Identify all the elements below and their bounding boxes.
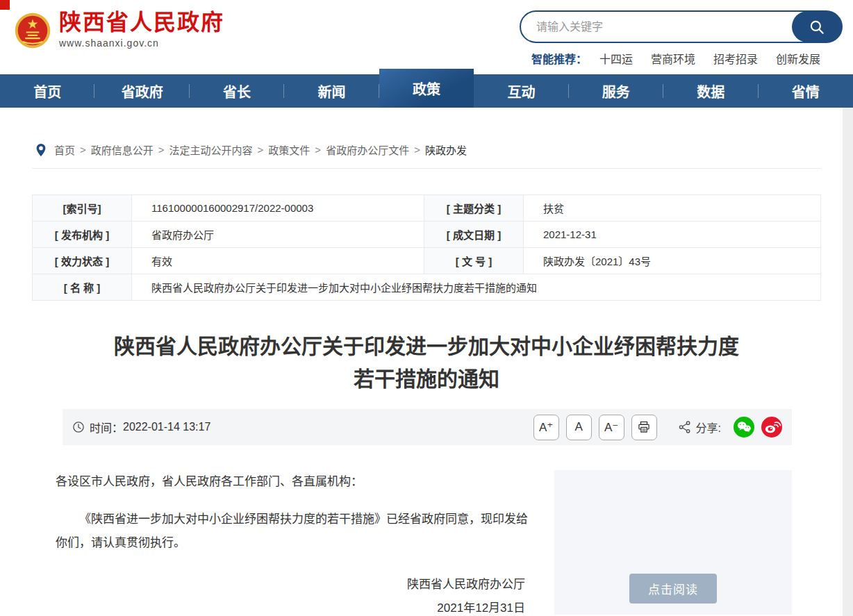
font-increase-button[interactable]: A⁺ (533, 415, 559, 440)
crumb-policy-files[interactable]: 政策文件 (268, 142, 310, 157)
recommend-link-chuangxin[interactable]: 创新发展 (776, 50, 820, 67)
page-container: 首页 > 政府信息公开 > 法定主动公开内容 > 政策文件 > 省政府办公厅文件… (32, 108, 821, 395)
article-toolbar: 时间： 2022-01-14 13:17 A⁺ A A⁻ (63, 409, 792, 445)
table-row: [ 发布机构 ] 省政府办公厅 [ 成文日期 ] 2021-12-31 (33, 222, 821, 248)
site-name: 陕西省人民政府 (59, 8, 224, 36)
smart-recommend: 智能推荐： 十四运 营商环境 招考招录 创新发展 (531, 50, 838, 67)
site-url: www.shaanxi.gov.cn (59, 38, 224, 49)
share-wechat-button[interactable] (734, 417, 754, 438)
time-label: 时间： (90, 419, 123, 435)
article-body: 各设区市人民政府，省人民政府各工作部门、各直属机构： 《陕西省进一步加大对中小企… (56, 470, 538, 616)
national-emblem-icon (15, 13, 51, 49)
read-document-button[interactable]: 点击阅读 (629, 574, 717, 603)
meta-label-topic-category: [ 主题分类 ] (424, 195, 524, 222)
document-meta-table: [索引号] 116100000160002917/2022-00003 [ 主题… (32, 194, 821, 301)
recommend-link-zhaokao[interactable]: 招考招录 (713, 50, 758, 67)
crumb-separator: > (315, 144, 321, 156)
time-value: 2022-01-14 13:17 (123, 421, 210, 433)
clock-icon (72, 421, 85, 433)
crumb-info-disclosure[interactable]: 政府信息公开 (91, 142, 154, 157)
meta-value-validity-status: 有效 (132, 248, 424, 274)
crumb-separator: > (258, 144, 264, 156)
meta-label-issue-date: [ 成文日期 ] (424, 222, 524, 248)
logo-text: 陕西省人民政府 www.shaanxi.gov.cn (59, 8, 224, 49)
share-weibo-button[interactable] (761, 417, 782, 438)
meta-label-index-number: [索引号] (33, 195, 132, 222)
page-title: 陕西省人民政府办公厅关于印发进一步加大对中小企业纾困帮扶力度 若干措施的通知 (32, 330, 821, 395)
toolbar-container: 时间： 2022-01-14 13:17 A⁺ A A⁻ (32, 409, 821, 616)
corner-red-mark (0, 0, 10, 10)
meta-value-issue-date: 2021-12-31 (524, 222, 821, 248)
meta-label-document-number: [ 文 号 ] (424, 248, 524, 274)
meta-value-topic-category: 扶贫 (524, 195, 821, 222)
crumb-office-files[interactable]: 省政府办公厅文件 (326, 142, 409, 157)
wechat-icon (734, 417, 754, 438)
publish-time: 时间： 2022-01-14 13:17 (72, 419, 210, 435)
meta-value-index-number: 116100000160002917/2022-00003 (132, 195, 424, 222)
recommend-link-shisiyun[interactable]: 十四运 (599, 50, 633, 67)
nav-item-province-info[interactable]: 省情 (759, 74, 853, 108)
meta-value-document-name: 陕西省人民政府办公厅关于印发进一步加大对中小企业纾困帮扶力度若干措施的通知 (132, 274, 821, 301)
signature-org: 陕西省人民政府办公厅 (56, 573, 525, 597)
signature-block: 陕西省人民政府办公厅 2021年12月31日 (56, 573, 531, 616)
title-line-2: 若干措施的通知 (32, 363, 821, 395)
location-pin-icon (35, 143, 47, 157)
table-row: [ 名 称 ] 陕西省人民政府办公厅关于印发进一步加大对中小企业纾困帮扶力度若干… (33, 274, 821, 301)
nav-item-governor[interactable]: 省长 (190, 74, 284, 108)
breadcrumb: 首页 > 政府信息公开 > 法定主动公开内容 > 政策文件 > 省政府办公厅文件… (32, 108, 821, 169)
table-row: [ 效力状态 ] 有效 [ 文 号 ] 陕政办发〔2021〕43号 (33, 248, 821, 274)
title-line-1: 陕西省人民政府办公厅关于印发进一步加大对中小企业纾困帮扶力度 (32, 330, 821, 363)
search-button[interactable] (792, 11, 842, 42)
meta-value-document-number: 陕政办发〔2021〕43号 (524, 248, 821, 274)
crumb-current: 陕政办发 (425, 142, 467, 157)
share-group: 分享: (678, 417, 782, 438)
smart-recommend-label: 智能推荐： (531, 50, 587, 67)
font-reset-button[interactable]: A (566, 415, 592, 440)
nav-item-provincial-gov[interactable]: 省政府 (94, 74, 189, 108)
search-box (520, 10, 843, 43)
article-content: 各设区市人民政府，省人民政府各工作部门、各直属机构： 《陕西省进一步加大对中小企… (32, 470, 821, 616)
attachment-panel: 点击阅读 (554, 470, 792, 615)
site-logo[interactable]: 陕西省人民政府 www.shaanxi.gov.cn (15, 8, 224, 49)
meta-label-validity-status: [ 效力状态 ] (33, 248, 132, 274)
crumb-statutory-content[interactable]: 法定主动公开内容 (169, 142, 253, 157)
tool-group: A⁺ A A⁻ 分享: (527, 415, 782, 440)
weibo-icon (761, 417, 782, 438)
crumb-separator: > (158, 144, 165, 156)
meta-value-issuing-agency: 省政府办公厅 (132, 222, 424, 248)
nav-item-news[interactable]: 新闻 (284, 74, 379, 108)
search-icon (808, 18, 826, 36)
font-decrease-button[interactable]: A⁻ (599, 415, 624, 440)
main-nav: 首页 省政府 省长 新闻 政策 互动 服务 数据 省情 (0, 74, 853, 108)
site-header: 陕西省人民政府 www.shaanxi.gov.cn 智能推荐： 十四运 营商环… (0, 0, 853, 74)
printer-icon (637, 420, 651, 434)
print-button[interactable] (631, 415, 657, 440)
nav-item-interaction[interactable]: 互动 (474, 74, 568, 108)
table-row: [索引号] 116100000160002917/2022-00003 [ 主题… (33, 195, 821, 222)
nav-item-policy[interactable]: 政策 (379, 69, 474, 108)
meta-label-issuing-agency: [ 发布机构 ] (33, 222, 132, 248)
paragraph-body: 《陕西省进一步加大对中小企业纾困帮扶力度的若干措施》已经省政府同意，现印发给你们… (56, 508, 531, 555)
recommend-link-yingshang[interactable]: 营商环境 (651, 50, 695, 67)
share-label: 分享: (696, 419, 721, 435)
search-input[interactable] (521, 12, 785, 42)
meta-label-document-name: [ 名 称 ] (33, 274, 132, 301)
signature-date: 2021年12月31日 (56, 597, 525, 616)
paragraph-salutation: 各设区市人民政府，省人民政府各工作部门、各直属机构： (56, 470, 531, 494)
scrollbar-track[interactable] (843, 108, 853, 616)
crumb-home[interactable]: 首页 (54, 142, 75, 157)
crumb-separator: > (80, 144, 86, 156)
crumb-separator: > (414, 144, 420, 156)
nav-item-data[interactable]: 数据 (663, 74, 758, 108)
share-icon (678, 420, 692, 434)
nav-item-home[interactable]: 首页 (0, 74, 94, 108)
nav-item-services[interactable]: 服务 (569, 74, 663, 108)
